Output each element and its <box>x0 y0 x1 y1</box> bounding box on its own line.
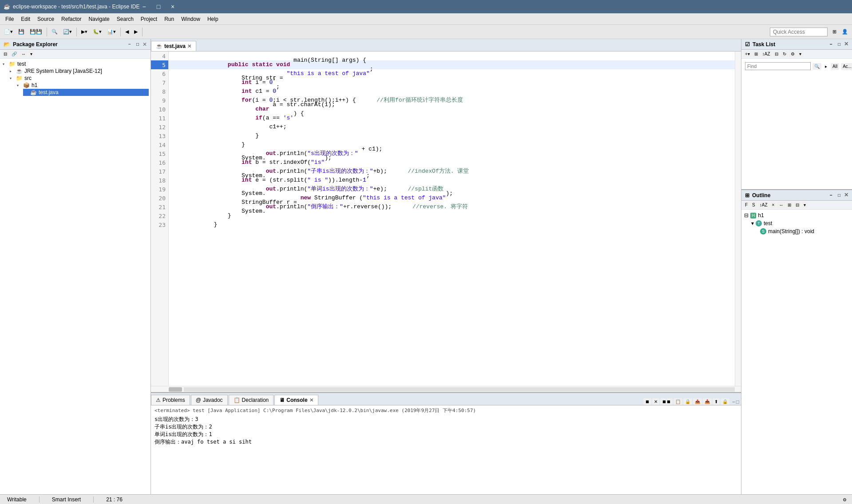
new-button[interactable]: 📄▾ <box>2 28 15 36</box>
console-btn4[interactable]: 📋 <box>674 398 682 405</box>
ol-hide-static-btn[interactable]: S <box>750 202 757 208</box>
tab-problems[interactable]: ⚠ Problems <box>151 395 190 405</box>
task-list-arrow-btn[interactable]: ▸ <box>823 63 829 70</box>
console-line-1: s出现的次数为：3 <box>155 416 737 423</box>
tl-down-btn[interactable]: ▾ <box>797 51 803 57</box>
line-num-13: 13 <box>151 131 168 140</box>
pe-link-btn[interactable]: 🔗 <box>10 51 19 57</box>
status-settings-icon[interactable]: ⚙ <box>841 496 848 503</box>
pe-collapse-btn[interactable]: ⊟ <box>2 51 9 57</box>
tree-item-test[interactable]: ▾ 📁 test <box>2 60 149 67</box>
ol-sort-btn[interactable]: ↕AZ <box>758 202 769 208</box>
search-button[interactable]: 🔍 <box>49 28 60 36</box>
menu-help[interactable]: Help <box>204 15 222 23</box>
outline-maximize[interactable]: □ <box>836 192 842 198</box>
tree-item-testjava[interactable]: ☕ test.java <box>23 89 149 96</box>
console-btn7[interactable]: 📥 <box>703 398 712 405</box>
tree-item-src[interactable]: ▾ 📁 src <box>9 75 149 82</box>
refresh-button[interactable]: 🔄▾ <box>61 28 74 36</box>
task-list-ac-btn[interactable]: Ac... <box>841 63 852 70</box>
menu-refactor[interactable]: Refactor <box>58 15 85 23</box>
tl-collapse-btn[interactable]: ⊟ <box>773 51 780 57</box>
bottom-panel-min[interactable]: − <box>732 399 735 405</box>
tree-item-jre[interactable]: ▸ ☕ JRE System Library [JavaSE-12] <box>9 67 149 75</box>
menu-source[interactable]: Source <box>34 15 58 23</box>
console-stop-btn[interactable]: ⏹ <box>643 398 651 405</box>
tl-filter-btn[interactable]: ⊞ <box>753 51 760 57</box>
outline-controls: − □ ✕ <box>828 192 848 198</box>
next-edit-button[interactable]: ▶ <box>132 28 140 36</box>
pe-title: Package Explorer <box>13 41 58 48</box>
javadoc-icon: @ <box>196 397 201 403</box>
code-line-8: int c1 = 0; <box>169 87 735 96</box>
tl-settings-btn[interactable]: ⚙ <box>789 51 797 57</box>
tree-item-h1[interactable]: ▾ 📦 h1 <box>16 82 149 89</box>
bottom-panel-max[interactable]: □ <box>736 399 739 405</box>
pe-close-button[interactable]: ✕ <box>143 41 147 48</box>
console-tab-close[interactable]: ✕ <box>309 397 313 403</box>
ol-expand-btn[interactable]: ⊞ <box>786 202 793 208</box>
task-list-all-btn[interactable]: All <box>831 63 839 70</box>
icon-button[interactable]: 👤 <box>840 28 850 36</box>
code-area[interactable]: public static void main(String[] args) {… <box>169 52 735 386</box>
outline-item-test[interactable]: ▾ T test <box>750 219 850 227</box>
debug-button[interactable]: 🐛▾ <box>91 28 104 36</box>
tab-testjava[interactable]: ☕ test.java ✕ <box>151 41 196 51</box>
quick-access-input[interactable] <box>770 28 828 36</box>
minimize-button[interactable]: − <box>139 2 148 11</box>
ol-collapse-btn[interactable]: ⊟ <box>794 202 801 208</box>
pe-maximize-button[interactable]: □ <box>135 41 141 48</box>
maximize-button[interactable]: □ <box>154 2 163 11</box>
prev-edit-button[interactable]: ◀ <box>123 28 131 36</box>
save-button[interactable]: 💾 <box>16 28 27 36</box>
menu-window[interactable]: Window <box>178 15 204 23</box>
ol-sync-btn[interactable]: ↔ <box>777 202 785 208</box>
menu-edit[interactable]: Edit <box>17 15 34 23</box>
pe-menu-btn[interactable]: ▾ <box>28 51 34 57</box>
tab-javadoc[interactable]: @ Javadoc <box>191 395 228 405</box>
tl-refresh-btn[interactable]: ↻ <box>781 51 788 57</box>
ol-down-btn[interactable]: ▾ <box>802 202 808 208</box>
tl-new-btn[interactable]: +▾ <box>743 51 752 57</box>
close-button[interactable]: × <box>168 2 177 11</box>
outline-item-main[interactable]: S main(String[]) : void <box>757 227 850 235</box>
task-list-minimize[interactable]: − <box>828 41 834 48</box>
console-btn6[interactable]: 📤 <box>693 398 702 405</box>
task-list-find-input[interactable] <box>745 62 811 70</box>
perspective-button[interactable]: ⊞ <box>830 28 839 36</box>
outline-minimize[interactable]: − <box>828 192 834 198</box>
console-btn5[interactable]: 🔒 <box>683 398 692 405</box>
editor-scrollbar[interactable] <box>735 52 741 386</box>
menu-search[interactable]: Search <box>113 15 137 23</box>
menu-file[interactable]: File <box>2 15 17 23</box>
coverage-button[interactable]: 📊▾ <box>105 28 118 36</box>
task-list-find-btn[interactable]: 🔍 <box>812 63 821 70</box>
pe-minimize-button[interactable]: − <box>127 41 133 48</box>
outline-item-h1[interactable]: ⊟ H h1 <box>743 211 850 219</box>
save-all-button[interactable]: 💾💾 <box>28 28 44 36</box>
console-scroll-lock[interactable]: 🔒 <box>721 398 729 405</box>
menu-project[interactable]: Project <box>137 15 161 23</box>
task-list-maximize[interactable]: □ <box>836 41 842 48</box>
console-terminate-btn[interactable]: ⏹⏹ <box>660 398 673 405</box>
run-button[interactable]: ▶▾ <box>79 28 90 36</box>
status-bar: Writable Smart Insert 21 : 76 ⚙ <box>0 494 852 504</box>
menu-navigate[interactable]: Navigate <box>85 15 113 23</box>
task-list-close[interactable]: ✕ <box>844 41 848 48</box>
tab-close-testjava[interactable]: ✕ <box>187 44 191 49</box>
menu-run[interactable]: Run <box>161 15 178 23</box>
editor-hscrollbar[interactable] <box>151 386 741 392</box>
console-clear-btn[interactable]: ✕ <box>652 398 659 405</box>
outline-close[interactable]: ✕ <box>844 192 848 198</box>
tl-sort-btn[interactable]: ↕AZ <box>761 51 772 57</box>
window-controls[interactable]: − □ × <box>139 2 177 11</box>
tab-declaration[interactable]: 📋 Declaration <box>229 395 274 405</box>
ol-hide-fields-btn[interactable]: F <box>743 202 749 208</box>
sep3 <box>120 28 121 36</box>
console-area: <terminated> test [Java Application] C:\… <box>151 405 741 494</box>
tab-console[interactable]: 🖥 Console ✕ <box>274 395 318 405</box>
console-btn8[interactable]: ⬆ <box>713 398 720 405</box>
pe-sync-btn[interactable]: ↔ <box>20 51 28 57</box>
outline-circle-main: S <box>760 228 766 234</box>
ol-hide-nonpub-btn[interactable]: × <box>770 202 777 208</box>
